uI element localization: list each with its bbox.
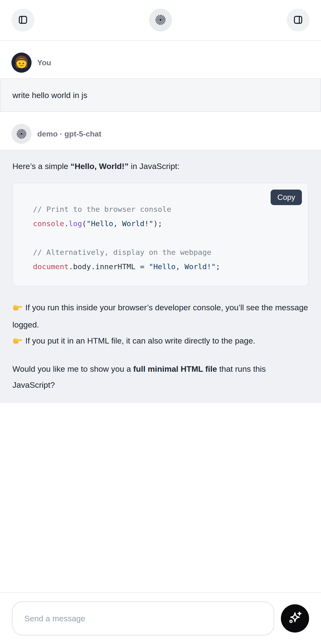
chat-scroll-area[interactable]: You write hello world in js demo · gpt-5… xyxy=(0,41,321,592)
code-block: Copy // Print to the browser consolecons… xyxy=(12,183,309,286)
user-avatar xyxy=(11,52,31,73)
user-sender-row: You xyxy=(0,52,321,73)
assistant-intro: Here’s a simple “Hello, World!” in JavaS… xyxy=(12,161,309,172)
panel-left-icon xyxy=(17,14,28,26)
tip-line: If you put it in an HTML file, it can al… xyxy=(12,333,309,350)
pointing-right-icon xyxy=(12,301,23,317)
assistant-sender-name: demo · gpt-5-chat xyxy=(37,130,101,138)
code-content: // Print to the browser consoleconsole.l… xyxy=(13,183,308,286)
pointing-right-icon xyxy=(12,334,23,350)
copy-code-button[interactable]: Copy xyxy=(271,190,302,205)
assistant-message: Here’s a simple “Hello, World!” in JavaS… xyxy=(0,150,321,403)
assistant-question: Would you like me to show you a full min… xyxy=(12,361,309,393)
composer-bar xyxy=(0,592,321,644)
tip-line: If you run this inside your browser’s de… xyxy=(12,300,309,333)
user-message-text: write hello world in js xyxy=(12,90,87,100)
app-logo-button[interactable] xyxy=(149,8,172,32)
sidebar-toggle-button[interactable] xyxy=(11,8,34,32)
assistant-sender-row: demo · gpt-5-chat xyxy=(0,124,321,144)
right-panel-toggle-button[interactable] xyxy=(287,8,310,32)
top-bar xyxy=(0,0,321,41)
assistant-tips: If you run this inside your browser’s de… xyxy=(12,300,309,350)
sparkle-icon xyxy=(287,610,303,626)
send-button[interactable] xyxy=(281,604,309,632)
panel-right-icon xyxy=(293,14,304,26)
message-input[interactable] xyxy=(12,602,274,636)
user-sender-name: You xyxy=(37,58,51,67)
user-message: write hello world in js xyxy=(0,78,321,112)
assistant-avatar xyxy=(11,124,31,144)
starburst-logo-icon xyxy=(155,14,166,26)
